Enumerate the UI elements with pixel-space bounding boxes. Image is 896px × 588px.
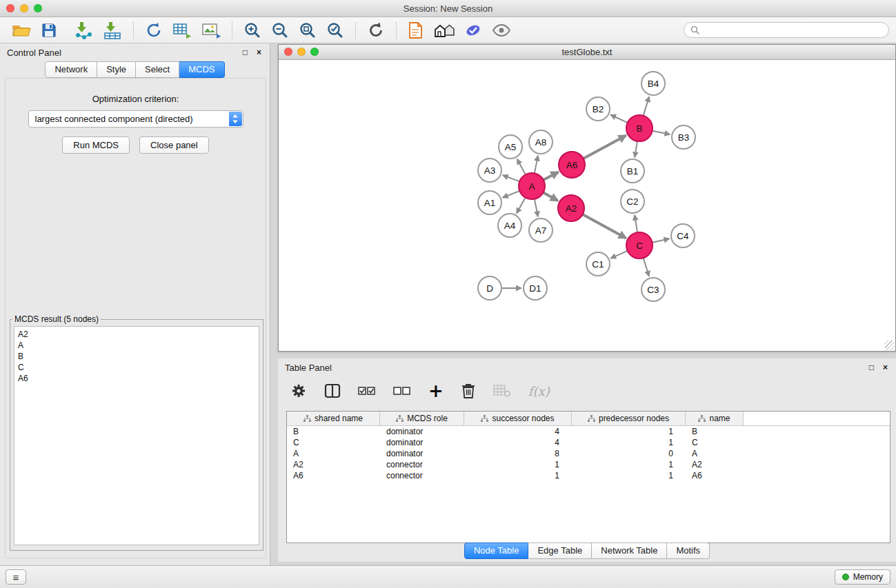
zoom-fit-button[interactable] [297,20,319,41]
network-canvas[interactable]: AA1A2A3A4A5A6A7A8BB1B2B3B4CC1C2C3C4DD1 [279,60,895,351]
table-row-A6[interactable]: A6connector11A6 [287,470,890,481]
cell-mcds-role[interactable]: connector [380,471,464,480]
memory-button[interactable]: Memory [835,569,890,585]
cell-predecessor-nodes[interactable]: 0 [572,449,686,458]
edge-C-C4[interactable] [652,239,670,243]
edge-A-A5[interactable] [517,159,526,176]
cell-name[interactable]: A6 [686,471,744,480]
cell-shared-name[interactable]: A [287,449,380,458]
edge-A2-C[interactable] [582,214,626,239]
cell-successor-nodes[interactable]: 8 [464,449,572,458]
edge-B-B4[interactable] [643,97,649,116]
node-D[interactable] [478,276,501,300]
mcds-result-list[interactable]: A2ABCA6 [14,326,259,545]
edge-B-B3[interactable] [652,131,670,134]
run-mcds-button[interactable]: Run MCDS [62,136,130,154]
node-B4[interactable] [641,72,665,95]
column-header-shared-name[interactable]: shared name [287,412,380,425]
edge-B-B1[interactable] [635,141,637,158]
edge-A-A4[interactable] [517,197,526,214]
cell-name[interactable]: A [686,449,744,458]
zoom-in-button[interactable] [241,20,263,41]
node-A5[interactable] [499,135,522,159]
node-D1[interactable] [524,276,547,300]
zoom-selected-button[interactable] [324,20,346,41]
delete-table-button[interactable] [493,384,511,398]
float-table-panel-icon[interactable]: □ [869,363,874,372]
node-B3[interactable] [672,125,695,149]
cell-name[interactable]: C [686,438,744,447]
table-tab-edge-table[interactable]: Edge Table [528,543,592,559]
cell-successor-nodes[interactable]: 1 [464,471,572,480]
deselect-all-columns-button[interactable] [393,385,411,397]
import-table-from-url-button[interactable] [170,20,194,41]
float-panel-icon[interactable]: □ [243,48,248,57]
node-C2[interactable] [621,190,644,213]
resize-handle[interactable] [885,341,895,350]
cell-successor-nodes[interactable]: 1 [464,460,572,469]
table-row-A2[interactable]: A2connector11A2 [287,459,890,470]
edge-A-A1[interactable] [503,191,521,198]
cell-name[interactable]: B [686,427,744,436]
node-A8[interactable] [529,130,552,154]
cell-shared-name[interactable]: A6 [287,471,380,480]
cell-successor-nodes[interactable]: 4 [464,438,572,447]
cell-mcds-role[interactable]: dominator [380,449,464,458]
node-A6[interactable] [559,152,585,178]
network-overview-button[interactable] [432,21,457,40]
column-header-successor-nodes[interactable]: successor nodes [464,412,572,425]
select-all-columns-button[interactable] [358,385,376,397]
node-C4[interactable] [671,224,695,247]
table-tab-node-table[interactable]: Node Table [464,543,529,559]
show-columns-button[interactable] [324,383,341,398]
node-A4[interactable] [498,214,521,237]
tab-style[interactable]: Style [97,61,136,78]
close-panel-button[interactable]: Close panel [139,136,209,154]
table-tab-network-table[interactable]: Network Table [592,543,667,559]
node-B[interactable] [626,115,653,141]
save-session-button[interactable] [39,21,59,40]
cell-mcds-role[interactable]: dominator [380,438,464,447]
criterion-dropdown[interactable]: largest connected component (directed) [28,110,243,128]
mcds-result-item[interactable]: A [18,340,255,351]
show-graphics-details-button[interactable] [490,22,513,39]
edge-B-B2[interactable] [610,115,628,123]
import-network-from-url-button[interactable] [143,20,165,41]
cell-predecessor-nodes[interactable]: 1 [572,460,686,469]
function-builder-button[interactable]: f(x) [528,384,550,398]
edge-A-A6[interactable] [543,172,559,180]
node-A1[interactable] [478,191,501,214]
node-A[interactable] [519,173,545,199]
mcds-result-item[interactable]: A2 [18,329,255,340]
import-table-from-file-button[interactable] [101,20,124,41]
cell-predecessor-nodes[interactable]: 1 [572,471,686,480]
node-C1[interactable] [586,252,610,276]
cell-successor-nodes[interactable]: 4 [464,427,572,436]
open-session-button[interactable] [10,21,33,40]
apply-style-button[interactable] [462,20,484,41]
table-settings-button[interactable] [290,383,307,399]
cell-shared-name[interactable]: C [287,438,380,447]
node-A2[interactable] [558,195,584,221]
edge-A-A8[interactable] [535,156,538,174]
search-box[interactable] [684,22,889,38]
open-document-button[interactable] [406,20,426,41]
cell-mcds-role[interactable]: dominator [380,427,464,436]
mcds-result-item[interactable]: A6 [18,373,255,384]
zoom-out-button[interactable] [269,20,291,41]
delete-column-button[interactable] [461,383,476,399]
cell-predecessor-nodes[interactable]: 1 [572,427,686,436]
panel-menu-button[interactable]: ≡ [6,569,26,585]
table-row-C[interactable]: Cdominator41C [287,437,890,448]
refresh-network-button[interactable] [365,20,387,41]
column-header-name[interactable]: name [686,412,744,425]
cell-predecessor-nodes[interactable]: 1 [572,438,686,447]
mcds-result-item[interactable]: C [18,362,255,373]
tab-network[interactable]: Network [45,61,97,78]
cell-shared-name[interactable]: A2 [287,460,380,469]
edge-A6-B[interactable] [583,136,626,159]
export-image-button[interactable] [199,21,223,40]
network-window-titlebar[interactable]: testGlobe.txt [279,45,895,60]
edge-C-C1[interactable] [610,250,628,258]
node-A7[interactable] [529,219,552,242]
